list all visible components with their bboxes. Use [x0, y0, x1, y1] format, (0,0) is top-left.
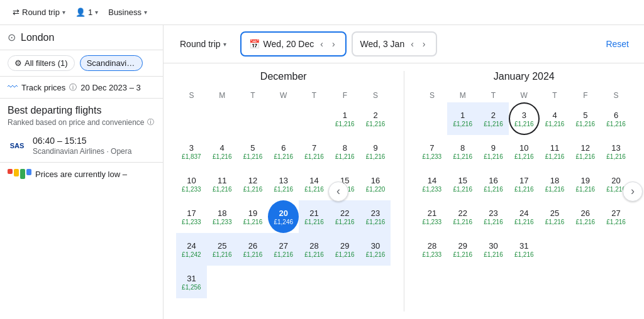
day-price: £1,216	[606, 121, 626, 127]
day-cell[interactable]: 5£1,216	[238, 135, 269, 168]
day-cell[interactable]: 28£1,233	[417, 233, 448, 266]
day-cell[interactable]: 2£1,216	[360, 102, 391, 135]
day-cell[interactable]: 6£1,216	[601, 102, 631, 135]
day-cell[interactable]: 13£1,216	[601, 135, 631, 168]
day-cell[interactable]: 19£1,216	[570, 168, 601, 200]
day-cell[interactable]: 17£1,216	[509, 168, 540, 200]
day-number: 14	[309, 176, 318, 185]
day-cell[interactable]: 15£1,216	[447, 168, 478, 200]
day-cell[interactable]: 27£1,216	[268, 233, 299, 266]
day-cell[interactable]: 3£1,837	[176, 135, 207, 168]
day-cell[interactable]: 7£1,233	[417, 135, 448, 168]
day-cell[interactable]: 29£1,216	[330, 233, 360, 266]
day-number: 26	[248, 241, 257, 251]
day-cell[interactable]: 21£1,216	[299, 200, 330, 233]
return-prev-button[interactable]: ‹	[408, 36, 416, 51]
day-cell[interactable]: 4£1,216	[540, 102, 570, 135]
all-filters-button[interactable]: ⚙ All filters (1)	[8, 55, 75, 71]
departure-prev-button[interactable]: ‹	[318, 36, 326, 51]
day-cell[interactable]: 13£1,216	[268, 168, 299, 200]
return-next-button[interactable]: ›	[420, 36, 428, 51]
day-cell[interactable]: 23£1,216	[360, 200, 391, 233]
day-price: £1,216	[304, 219, 324, 225]
day-cell[interactable]: 16£1,216	[478, 168, 509, 200]
reset-button[interactable]: Reset	[601, 36, 634, 51]
day-number: 5	[583, 111, 587, 120]
day-cell[interactable]: 12£1,216	[238, 168, 269, 200]
day-cell[interactable]: 7£1,216	[299, 135, 330, 168]
day-number: 17	[519, 176, 528, 185]
passengers-selector[interactable]: 👤 1 ▾	[70, 5, 103, 19]
day-cell[interactable]: 3£1,216	[509, 102, 540, 135]
day-price: £1,233	[213, 219, 232, 225]
day-cell[interactable]: 5£1,216	[570, 102, 601, 135]
calendar-prev-arrow[interactable]: ‹	[328, 181, 348, 202]
day-cell[interactable]: 1£1,216	[330, 102, 360, 135]
day-price: £1,216	[576, 186, 596, 193]
day-cell[interactable]: 28£1,216	[299, 233, 330, 266]
day-cell[interactable]: 18£1,233	[207, 200, 238, 233]
calendar-trip-type[interactable]: Round trip ▾	[174, 36, 233, 51]
day-cell[interactable]: 12£1,216	[570, 135, 601, 168]
day-price: £1,216	[606, 153, 626, 160]
day-cell[interactable]: 14£1,233	[417, 168, 448, 200]
day-header: S	[360, 89, 391, 102]
day-cell[interactable]: 22£1,216	[330, 200, 360, 233]
day-price: £1,246	[274, 219, 293, 225]
prices-low-text: Prices are currently low –	[35, 170, 127, 179]
departure-next-button[interactable]: ›	[330, 36, 338, 51]
day-cell[interactable]: 30£1,216	[360, 233, 391, 266]
day-cell[interactable]: 11£1,216	[540, 135, 570, 168]
day-cell[interactable]: 19£1,216	[238, 200, 269, 233]
day-number: 13	[279, 176, 288, 185]
day-cell[interactable]: 25£1,216	[207, 233, 238, 266]
day-number: 16	[489, 176, 497, 185]
day-cell[interactable]: 24£1,242	[176, 233, 207, 266]
flight-card[interactable]: SAS 06:40 – 15:15 Scandinavian Airlines …	[0, 129, 163, 163]
return-date-selector[interactable]: Wed, 3 Jan ‹ ›	[352, 31, 437, 57]
day-cell[interactable]: 9£1,216	[478, 135, 509, 168]
day-cell[interactable]: 31£1,256	[176, 266, 207, 298]
december-calendar: December SMTWTFS1£1,2162£1,2163£1,8374£1…	[164, 63, 404, 319]
day-cell[interactable]: 10£1,233	[176, 168, 207, 200]
calendar-next-arrow[interactable]: ›	[623, 181, 643, 202]
day-cell[interactable]: 14£1,216	[299, 168, 330, 200]
day-cell[interactable]: 8£1,216	[447, 135, 478, 168]
day-cell[interactable]: 17£1,233	[176, 200, 207, 233]
day-cell[interactable]: 9£1,216	[360, 135, 391, 168]
day-cell[interactable]: 27£1,216	[601, 200, 631, 233]
day-cell[interactable]: 1£1,216	[447, 102, 478, 135]
january-title: January 2024	[417, 71, 632, 82]
day-cell[interactable]: 11£1,216	[207, 168, 238, 200]
day-price: £1,216	[243, 251, 263, 258]
airline-filter-chip[interactable]: Scandinavian Ai	[80, 55, 143, 71]
day-cell[interactable]: 30£1,216	[478, 233, 509, 266]
day-cell[interactable]: 25£1,216	[540, 200, 570, 233]
day-cell[interactable]: 24£1,216	[509, 200, 540, 233]
day-cell[interactable]: 31£1,216	[509, 233, 540, 266]
track-prices-row: 〰 Track prices ⓘ 20 Dec 2023 – 3	[0, 77, 163, 99]
day-cell[interactable]: 22£1,216	[447, 200, 478, 233]
day-price: £1,216	[213, 153, 232, 160]
day-price: £1,216	[366, 219, 386, 225]
day-cell[interactable]: 20£1,246	[268, 200, 299, 233]
day-cell[interactable]: 18£1,216	[540, 168, 570, 200]
day-cell[interactable]: 4£1,216	[207, 135, 238, 168]
class-selector[interactable]: Business ▾	[103, 5, 152, 19]
trip-type-selector[interactable]: ⇄ Round trip ▾	[8, 5, 70, 19]
day-number: 8	[460, 143, 465, 153]
day-cell[interactable]: 16£1,220	[360, 168, 391, 200]
day-cell[interactable]: 2£1,216	[478, 102, 509, 135]
day-cell[interactable]: 29£1,216	[447, 233, 478, 266]
day-cell[interactable]: 10£1,216	[509, 135, 540, 168]
day-cell[interactable]: 26£1,216	[238, 233, 269, 266]
day-cell[interactable]: 21£1,233	[417, 200, 448, 233]
day-number: 15	[458, 176, 467, 185]
empty-day-cell	[268, 102, 299, 135]
day-cell[interactable]: 26£1,216	[570, 200, 601, 233]
day-cell[interactable]: 6£1,216	[268, 135, 299, 168]
day-cell[interactable]: 8£1,216	[330, 135, 360, 168]
departure-date-selector[interactable]: 📅 Wed, 20 Dec ‹ ›	[240, 31, 347, 57]
december-grid: SMTWTFS1£1,2162£1,2163£1,8374£1,2165£1,2…	[176, 89, 391, 298]
day-cell[interactable]: 23£1,216	[478, 200, 509, 233]
